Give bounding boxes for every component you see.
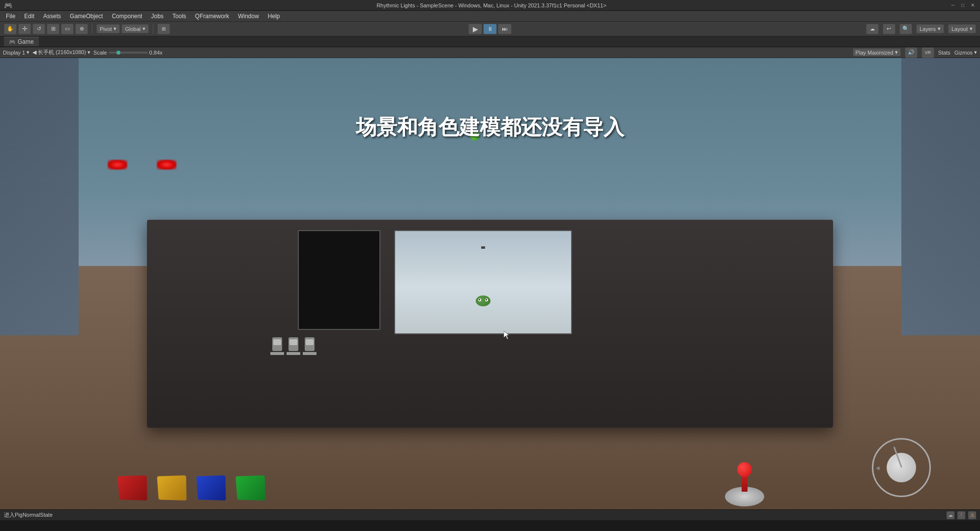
search-button[interactable]: 🔍 — [899, 24, 912, 34]
layers-dropdown[interactable]: Layers ▾ — [916, 24, 944, 33]
display-dropdown[interactable]: Display 1 ▾ — [3, 49, 29, 56]
collab-icon[interactable]: ☁ — [947, 511, 954, 519]
game-tabbar: 🎮 Game — [0, 36, 980, 47]
minimize-button[interactable]: ─ — [950, 2, 956, 9]
scale-slider[interactable] — [109, 52, 148, 54]
rotate-tool-button[interactable]: ↺ — [32, 24, 45, 34]
separator-2 — [153, 24, 153, 34]
game-tab[interactable]: 🎮 Game — [4, 37, 39, 46]
menu-file[interactable]: File — [2, 12, 19, 21]
transform-tool-button[interactable]: ⊕ — [75, 24, 88, 34]
game-tab-icon: 🎮 — [9, 39, 16, 45]
scale-tool-button[interactable]: ⊞ — [47, 24, 59, 34]
tool-buttons: ✋ ✛ ↺ ⊞ ▭ ⊕ — [4, 24, 88, 34]
menu-assets[interactable]: Assets — [39, 12, 65, 21]
audio-button[interactable]: 🔊 — [905, 47, 918, 58]
chevron-down-icon: ▾ — [87, 49, 90, 56]
tiny-object — [481, 246, 485, 249]
dial-inner — [887, 453, 916, 482]
toggle-switch-2[interactable] — [287, 337, 300, 355]
wall-right — [901, 58, 980, 335]
rect-icon: ▭ — [65, 26, 70, 32]
pivot-chevron-icon: ▾ — [114, 26, 116, 32]
pivot-dropdown[interactable]: Pivot ▾ — [96, 24, 120, 33]
gizmos-label: Gizmos — [954, 50, 973, 56]
play-icon: ▶ — [473, 25, 478, 33]
menu-help[interactable]: Help — [264, 12, 284, 21]
rotate-icon: ↺ — [37, 26, 41, 32]
stats-button[interactable]: Stats — [938, 50, 951, 56]
close-button[interactable]: ✕ — [969, 2, 976, 9]
warning-icon[interactable]: ⚠ — [968, 511, 976, 519]
toggle-handle-1 — [273, 339, 281, 345]
red-light-2 — [157, 160, 176, 170]
menu-jobs[interactable]: Jobs — [147, 12, 167, 21]
toggle-base-2 — [287, 352, 300, 355]
step-button[interactable]: ⏭ — [498, 24, 512, 34]
vr-icon: VR — [924, 50, 931, 55]
error-icon[interactable]: ! — [957, 511, 965, 519]
global-dropdown[interactable]: Global ▾ — [121, 24, 149, 33]
pig-eye-left — [478, 298, 481, 301]
menu-window[interactable]: Window — [234, 12, 263, 21]
layers-label: Layers — [920, 26, 936, 32]
hand-tool-button[interactable]: ✋ — [4, 24, 17, 34]
dial-ring — [872, 438, 931, 497]
layout-dropdown[interactable]: Layout ▾ — [948, 24, 976, 33]
title-bar: 🎮 Rhythmic Lights - SampleScene - Window… — [0, 0, 980, 11]
pig-pupil-left — [479, 299, 480, 300]
pause-icon: ⏸ — [487, 26, 493, 32]
resolution-label: 长手机 (2160x1080) — [38, 49, 86, 56]
snap-icon: ⊞ — [162, 26, 166, 31]
collab-symbol: ☁ — [948, 512, 953, 518]
restore-button[interactable]: □ — [959, 2, 966, 9]
menu-tools[interactable]: Tools — [169, 12, 190, 21]
transform-icon: ⊕ — [80, 26, 84, 32]
undo-button[interactable]: ↩ — [883, 24, 895, 34]
screen-content — [395, 231, 572, 333]
snap-button[interactable]: ⊞ — [157, 24, 170, 34]
error-symbol: ! — [961, 512, 962, 518]
menu-qframework[interactable]: QFramework — [191, 12, 233, 21]
pause-button[interactable]: ⏸ — [483, 24, 497, 34]
resolution-dropdown[interactable]: ◀ 长手机 (2160x1080) ▾ — [32, 49, 90, 56]
menu-component[interactable]: Component — [108, 12, 146, 21]
pig-pupil-right — [486, 299, 487, 300]
toggle-handle-2 — [289, 339, 297, 345]
scale-value: 0.84x — [149, 50, 163, 56]
dial-arrow: ◀ — [876, 465, 880, 471]
play-button[interactable]: ▶ — [468, 24, 482, 34]
game-tab-label: Game — [18, 38, 34, 45]
toggle-body-1 — [272, 337, 282, 351]
move-tool-button[interactable]: ✛ — [18, 24, 31, 34]
play-maximized-dropdown[interactable]: Play Maximized ▾ — [853, 48, 901, 57]
yellow-block — [157, 475, 187, 501]
warning-symbol: ⚠ — [970, 512, 975, 518]
menu-edit[interactable]: Edit — [20, 12, 38, 21]
title-icon: 🎮 — [4, 1, 12, 9]
pivot-group: Pivot ▾ Global ▾ — [96, 24, 149, 33]
stage-platform — [147, 220, 833, 428]
rect-tool-button[interactable]: ▭ — [61, 24, 74, 34]
cloud-button[interactable]: ☁ — [866, 24, 879, 34]
undo-icon: ↩ — [887, 26, 891, 32]
gizmos-button[interactable]: Gizmos ▾ — [954, 49, 977, 56]
toggle-body-2 — [288, 337, 298, 351]
scale-control[interactable]: Scale 0.84x — [93, 50, 162, 56]
status-text: 进入PigNormalState — [4, 511, 53, 519]
joystick-ball — [737, 462, 752, 477]
window-title: Rhythmic Lights - SampleScene - Windows,… — [33, 2, 950, 8]
scale-icon: ⊞ — [51, 26, 56, 32]
blue-block — [197, 475, 226, 501]
toggle-switch-3[interactable] — [303, 337, 317, 355]
wall-left — [0, 58, 79, 335]
toggle-base-1 — [270, 352, 284, 355]
global-chevron-icon: ▾ — [143, 26, 145, 32]
toggle-base-3 — [303, 352, 317, 355]
stats-label: Stats — [938, 50, 951, 56]
menu-gameobject[interactable]: GameObject — [66, 12, 107, 21]
vr-button[interactable]: VR — [922, 47, 934, 58]
toggle-switch-1[interactable] — [270, 337, 284, 355]
layout-label: Layout — [951, 26, 968, 32]
toggle-handle-3 — [306, 339, 314, 345]
